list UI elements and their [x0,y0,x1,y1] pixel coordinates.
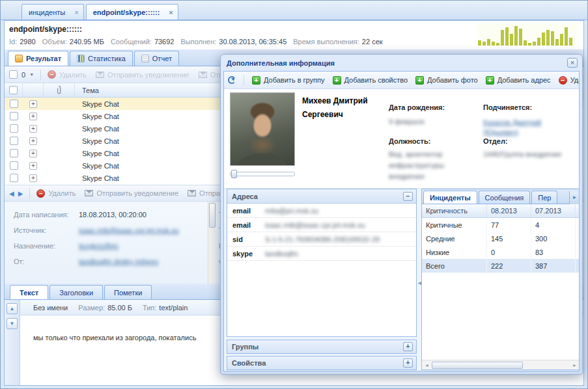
detail-field: Назначение:tezgkriz@jm [14,238,179,254]
row-checkbox[interactable] [10,112,18,120]
dialog-toolbar-button[interactable]: Добавить в группу [252,76,325,85]
sparkline-bar [514,26,518,46]
close-icon[interactable]: × [567,58,578,68]
dialog-toolbar-button[interactable]: Уда [559,76,579,85]
toolbar-button-label: Добавить свойство [344,76,408,84]
expand-icon[interactable]: + [403,342,413,351]
row-checkbox[interactable] [10,174,18,182]
toolbar-button[interactable]: Отправить уведомление [85,189,178,197]
window-tab[interactable]: инциденты× [21,4,84,20]
attachment-type: text/plain [159,304,188,312]
header-checkbox-cell [5,83,23,97]
tab-close-icon[interactable]: × [74,9,78,16]
expand-icon[interactable]: + [29,137,37,145]
scroll-left-icon[interactable]: ◄ [422,363,432,368]
result-tab[interactable]: Отчет [134,51,179,66]
content-tab[interactable]: Текст [10,285,48,299]
tab-scroll-right-icon[interactable]: ► [569,191,580,204]
column-header[interactable]: Критичность [422,204,487,217]
dialog-toolbar-button[interactable]: Добавить фото [415,76,478,85]
stat-value: 73692 [154,38,175,46]
incidents-row[interactable]: Средние145300 [422,232,580,245]
expand-icon[interactable]: + [29,150,37,157]
incidents-row[interactable]: Всего222387 [422,259,580,273]
attachment-name[interactable]: Без имени [33,304,68,312]
stat-label: Объем: [42,38,67,46]
window-tab[interactable]: endpoint/skype::::::× [86,4,178,20]
expand-icon[interactable]: + [403,358,413,368]
content-tab[interactable]: Заголовки [49,285,103,299]
select-all-checkbox[interactable] [9,70,18,79]
incidents-row[interactable]: Критичные774 [422,218,580,232]
incidents-cell: 83 [531,245,576,259]
expand-icon[interactable]: + [29,162,37,170]
toolbar-button[interactable]: Отправить уведомление [96,71,189,79]
sparkline-bar [565,27,568,46]
expand-icon[interactable]: + [29,125,37,133]
message-toolbar-buttons: УдалитьОтправить уведомлениеОтправить [36,189,234,198]
expand-icon[interactable]: + [29,174,37,182]
properties-panel-header[interactable]: Свойства + [227,356,417,370]
field-value[interactable]: isaac.mib@isaac.cpr.jet.msk.su [79,226,179,234]
photo-slider[interactable] [230,172,295,176]
slider-thumb[interactable] [231,170,237,178]
tab-close-icon[interactable]: × [169,9,173,16]
row-checkbox-cell [5,112,23,120]
refresh-button[interactable] [228,76,236,84]
incidents-cell: 222 [487,259,531,273]
field-value[interactable]: tezgkriz@jm [79,242,119,250]
chevron-down-icon[interactable]: ▼ [29,72,34,77]
mail-icon [96,72,104,78]
header-checkbox[interactable] [9,86,18,94]
row-checkbox[interactable] [10,100,18,108]
incidents-row[interactable]: Низкие083 [422,245,580,259]
incidents-tab[interactable]: Сообщения [479,191,531,204]
dialog-header[interactable]: Дополнительная информация × [223,55,580,71]
incidents-cell: 145 [487,232,531,245]
row-checkbox[interactable] [10,124,18,133]
sparkline-bar [524,40,527,46]
address-row: emailmita@pri.msk.su [227,204,416,218]
addresses-panel-header[interactable]: Адреса − [227,189,416,204]
scroll-right-icon[interactable]: ► [570,363,580,368]
vertical-scrollbar[interactable] [208,202,216,284]
column-header[interactable]: 07.2013 [531,204,576,217]
horizontal-scrollbar[interactable]: ◄ ► [422,360,580,369]
expand-down-button[interactable]: ▼ [7,318,18,329]
address-type: email [232,221,265,229]
header-attachment-cell[interactable] [44,83,75,97]
field-label: Источник: [14,226,79,234]
result-tab[interactable]: Результат [8,51,68,66]
incidents-tab[interactable]: Инциденты [423,191,477,204]
row-checkbox[interactable] [10,137,18,145]
incidents-panel: ИнцидентыСообщенияПер ► Критичность08.20… [421,189,580,370]
column-header[interactable]: 08.2013 [487,204,531,217]
collapse-up-button[interactable]: ▲ [7,303,18,314]
toolbar-button[interactable]: Удалить [48,70,87,79]
dialog-toolbar-button[interactable]: Добавить адрес [486,76,551,85]
toolbar-button[interactable]: Удалить [36,189,76,198]
result-tab[interactable]: Статистика [70,51,133,66]
prev-arrow-icon[interactable]: ◀ [9,190,14,197]
row-checkbox[interactable] [10,149,18,157]
groups-panel-header[interactable]: Группы + [227,340,417,354]
mail-icon [188,190,196,196]
window-tab-strip: инциденты×endpoint/skype::::::× [1,1,587,20]
incidents-tab[interactable]: Пер [531,191,557,204]
row-expander-cell: + [23,150,44,157]
manager-link[interactable]: Казанов Дмитрий (Юрьевич) [483,118,576,137]
next-arrow-icon[interactable]: ▶ [18,190,23,197]
address-value: isaac.mib@isaac.cpr.jet.msk.su [265,221,365,229]
app-window: инциденты×endpoint/skype::::::× endpoint… [0,0,588,389]
content-tab[interactable]: Пометки [104,285,152,299]
collapse-icon[interactable]: − [403,192,413,201]
attachment-size-label: Размер: [78,304,105,312]
scrollbar-thumb[interactable] [432,362,523,369]
expand-icon[interactable]: + [29,113,37,120]
row-checkbox[interactable] [10,161,18,170]
scrollbar-thumb[interactable] [209,203,216,228]
expand-icon[interactable]: + [29,100,37,108]
person-card: Михеев Дмитрий Сергеевич Дата рождения: … [224,89,579,189]
dialog-toolbar-button[interactable]: Добавить свойство [333,76,408,85]
field-value[interactable]: tandksqfm dmitry miheev [79,258,158,265]
